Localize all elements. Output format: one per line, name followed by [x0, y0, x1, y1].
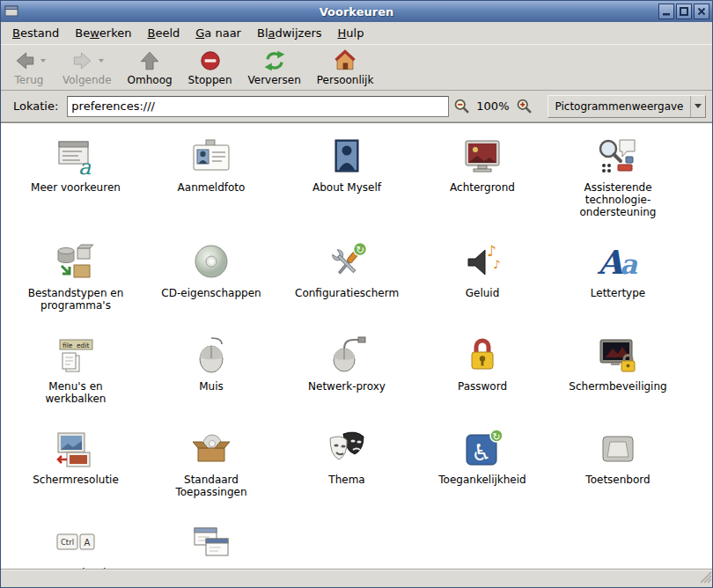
svg-text:A: A: [85, 538, 91, 548]
svg-text:file: file: [62, 342, 73, 349]
window-menu-icon[interactable]: [4, 4, 18, 19]
icon-vensters[interactable]: Vensters: [143, 521, 279, 570]
back-history-chevron-icon[interactable]: [40, 59, 46, 62]
icon-label: Meer voorkeuren: [31, 181, 121, 194]
icon-label: Schermresolutie: [33, 474, 119, 486]
icon-cd-eigenschappen[interactable]: CD-eigenschappen: [143, 241, 279, 312]
default-applications-icon: [190, 428, 232, 470]
view-mode-value: Pictogrammenweergave: [548, 96, 691, 117]
zoom-in-icon[interactable]: [515, 97, 533, 115]
location-input[interactable]: [67, 96, 449, 117]
menu-beeld[interactable]: Beeld: [139, 22, 187, 44]
icon-muis[interactable]: Muis: [143, 334, 279, 405]
up-button[interactable]: Omhoog: [122, 47, 178, 87]
icon-configuratiescherm[interactable]: ↻ Configuratiescherm: [279, 241, 415, 312]
menu-bewerken[interactable]: Bewerken: [67, 22, 139, 44]
minimize-button[interactable]: [658, 4, 674, 19]
refresh-button[interactable]: Verversen: [243, 47, 306, 87]
svg-text:↻: ↻: [492, 431, 500, 443]
svg-text:♿: ♿: [471, 439, 491, 466]
background-icon: [461, 136, 504, 178]
icon-label: Geluid: [466, 287, 500, 299]
view-mode-chevron[interactable]: [690, 96, 705, 117]
close-button[interactable]: [694, 4, 709, 19]
icon-standaard-toepassingen[interactable]: Standaard Toepassingen: [143, 428, 279, 498]
statusbar: [1, 570, 712, 587]
back-arrow-icon: [12, 49, 37, 72]
refresh-icon: [263, 49, 286, 72]
home-button[interactable]: Persoonlijk: [312, 47, 379, 87]
icon-toegankelijkheid[interactable]: ♿↻ Toegankelijkheid: [415, 428, 550, 498]
icon-toetsenbord[interactable]: Toetsenbord: [550, 428, 686, 498]
icon-lettertype[interactable]: Aa Lettertype: [550, 241, 686, 312]
file-types-icon: [55, 241, 97, 283]
icon-assisterende-technologie[interactable]: Assisterende technologie-ondersteuning: [550, 136, 686, 218]
icon-achtergrond[interactable]: Achtergrond: [415, 136, 550, 218]
toolbar-button-label: Terug: [15, 74, 44, 86]
up-arrow-icon: [138, 49, 161, 72]
menu-bestand[interactable]: Bestand: [4, 22, 67, 44]
stop-button[interactable]: Stoppen: [183, 47, 238, 87]
icon-label: Bestandstypen en programma's: [24, 287, 128, 312]
icon-label: About Myself: [312, 181, 381, 194]
icon-label: Menu's en werkbalken: [24, 380, 128, 405]
icon-schermresolutie[interactable]: Schermresolutie: [8, 428, 143, 498]
icon-label: Configuratiescherm: [295, 287, 399, 299]
menu-ga-naar[interactable]: Ga naar: [187, 22, 249, 44]
toolbar-button-label: Verversen: [248, 74, 301, 86]
view-mode-select[interactable]: Pictogrammenweergave: [548, 95, 707, 118]
icon-menus-werkbalken[interactable]: fileedit Menu's en werkbalken: [8, 334, 143, 405]
menu-bladwijzers[interactable]: Bladwijzers: [249, 22, 330, 44]
theme-icon: [326, 428, 368, 470]
preferences-window: Voorkeuren Bestand Bewerken Beeld Ga naa…: [0, 0, 713, 588]
screen-resolution-icon: [55, 428, 97, 470]
zoom-level: 100%: [476, 99, 509, 113]
icon-aanmeldfoto[interactable]: Aanmeldfoto: [143, 136, 279, 218]
zoom-out-icon[interactable]: [452, 97, 471, 115]
screensaver-icon: [597, 334, 639, 377]
maximize-button[interactable]: [676, 4, 692, 19]
chevron-down-icon: [695, 104, 702, 108]
icon-netwerk-proxy[interactable]: Netwerk-proxy: [279, 334, 415, 405]
svg-text:↻: ↻: [356, 244, 364, 256]
icon-password[interactable]: Password: [415, 334, 550, 405]
icon-toetsenbord-snelkoppelingen[interactable]: CtrlA Toetsenbord-snelkoppelingen: [8, 521, 143, 570]
location-label: Lokatie:: [13, 99, 58, 113]
icon-thema[interactable]: Thema: [279, 428, 415, 498]
back-button[interactable]: Terug: [6, 47, 52, 87]
toolbar: Terug Volgende Omhoog Stoppen Verve: [1, 44, 712, 91]
icon-geluid[interactable]: ♪♪ Geluid: [415, 241, 550, 312]
font-icon: Aa: [597, 241, 639, 283]
home-icon: [333, 49, 357, 72]
svg-text:Ctrl: Ctrl: [61, 538, 74, 547]
login-photo-icon: [190, 136, 232, 178]
svg-text:♪: ♪: [487, 242, 496, 260]
svg-text:♪: ♪: [493, 258, 500, 271]
assistive-technology-icon: [597, 136, 639, 178]
icon-meer-voorkeuren[interactable]: a Meer voorkeuren: [8, 136, 143, 218]
window-title: Voorkeuren: [1, 5, 712, 18]
password-icon: [461, 334, 504, 377]
svg-text:a: a: [620, 248, 638, 280]
forward-history-chevron-icon[interactable]: [99, 59, 104, 62]
titlebar[interactable]: Voorkeuren: [1, 1, 712, 22]
forward-button[interactable]: Volgende: [57, 47, 117, 87]
mouse-icon: [190, 334, 232, 377]
location-bar: Lokatie: 100% Pictogrammenweergave: [1, 91, 712, 122]
icon-label: CD-eigenschappen: [161, 287, 261, 299]
about-myself-icon: [326, 136, 368, 178]
menubar: Bestand Bewerken Beeld Ga naar Bladwijze…: [1, 22, 712, 44]
sound-icon: ♪♪: [461, 241, 504, 283]
icon-bestandstypen[interactable]: Bestandstypen en programma's: [8, 241, 143, 312]
stop-icon: [199, 49, 222, 72]
icon-label: Toegankelijkheid: [438, 474, 526, 486]
menu-hulp[interactable]: Hulp: [330, 22, 372, 44]
windows-icon: [190, 521, 232, 563]
icon-view-canvas[interactable]: a Meer voorkeuren Aanmeldfoto About Myse…: [1, 122, 712, 570]
icon-about-myself[interactable]: About Myself: [279, 136, 415, 218]
icon-label: Schermbeveiliging: [569, 380, 666, 393]
icon-schermbeveiliging[interactable]: Schermbeveiliging: [550, 334, 686, 405]
svg-text:edit: edit: [77, 342, 89, 349]
resize-grip[interactable]: [700, 570, 712, 587]
network-proxy-icon: [326, 334, 368, 377]
